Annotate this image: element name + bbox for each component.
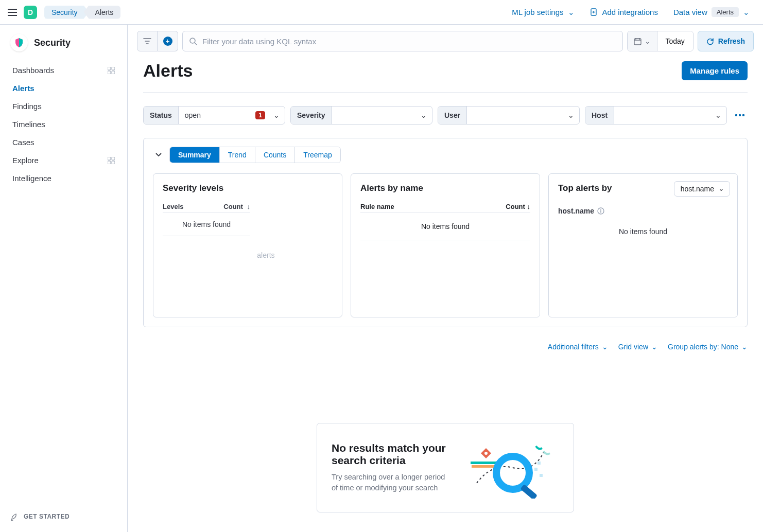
collapse-overview-button[interactable]	[153, 149, 167, 161]
chevron-down-icon: ⌄	[645, 37, 651, 45]
sidebar-item-cases[interactable]: Cases	[7, 134, 120, 151]
svg-point-17	[484, 452, 488, 455]
svg-rect-15	[472, 465, 497, 468]
nav-toggle-button[interactable]	[6, 6, 19, 19]
hamburger-icon	[8, 9, 17, 16]
chevron-down-icon: ⌄	[651, 343, 657, 351]
global-header: D Security Alerts ML job settings ⌄ Add …	[0, 0, 763, 25]
sidebar-item-label: Cases	[12, 138, 34, 147]
additional-filters-button[interactable]: Additional filters ⌄	[548, 343, 608, 351]
status-filter-value: open	[179, 111, 256, 119]
sidebar-item-intelligence[interactable]: Intelligence	[7, 170, 120, 187]
svg-rect-21	[540, 474, 543, 477]
calendar-icon	[634, 38, 641, 45]
svg-rect-4	[112, 71, 115, 74]
svg-rect-10	[634, 39, 641, 45]
sidebar: Security Dashboards Alerts Findings Time…	[0, 25, 128, 532]
sidebar-item-label: Intelligence	[12, 174, 51, 183]
date-quick-button[interactable]: ⌄	[628, 31, 657, 51]
kql-search-input[interactable]	[202, 37, 616, 46]
col-count[interactable]: Count ↓	[223, 203, 250, 210]
more-filters-button[interactable]	[732, 111, 748, 120]
space-avatar[interactable]: D	[24, 6, 37, 19]
svg-rect-1	[108, 67, 111, 70]
shield-icon	[14, 38, 24, 48]
rocket-icon	[10, 512, 19, 521]
manage-rules-button[interactable]: Manage rules	[682, 61, 748, 80]
col-levels[interactable]: Levels	[163, 203, 183, 210]
tab-trend[interactable]: Trend	[220, 147, 255, 163]
group-alerts-button[interactable]: Group alerts by: None ⌄	[668, 343, 748, 351]
sidebar-item-timelines[interactable]: Timelines	[7, 116, 120, 133]
chevron-down-icon: ⌄	[268, 111, 285, 119]
main-content: + ⌄ Today Refresh Alerts M	[128, 25, 763, 532]
breadcrumb-security[interactable]: Security	[44, 6, 89, 19]
overview-tab-group: Summary Trend Counts Treemap	[169, 147, 341, 163]
svg-rect-6	[112, 157, 115, 160]
add-integrations-button[interactable]: Add integrations	[585, 5, 663, 20]
host-filter[interactable]: Host ⌄	[585, 106, 727, 125]
tab-counts[interactable]: Counts	[255, 147, 295, 163]
overview-card: Summary Trend Counts Treemap Severity le…	[143, 138, 748, 327]
svg-rect-2	[112, 67, 115, 70]
page-title: Alerts	[143, 61, 193, 81]
magnifier-illustration-icon	[461, 437, 559, 499]
empty-state-illustration	[461, 437, 559, 499]
status-filter-label: Status	[144, 107, 179, 124]
svg-rect-12	[739, 114, 741, 116]
chevron-down-icon: ⌄	[710, 111, 726, 119]
sidebar-nav: Dashboards Alerts Findings Timelines Cas…	[7, 62, 120, 187]
sidebar-item-findings[interactable]: Findings	[7, 98, 120, 115]
user-filter[interactable]: User ⌄	[438, 106, 580, 125]
empty-state-card: No results match your search criteria Tr…	[317, 423, 574, 512]
tab-treemap[interactable]: Treemap	[295, 147, 340, 163]
svg-rect-5	[108, 157, 111, 160]
sidebar-item-dashboards[interactable]: Dashboards	[7, 62, 120, 79]
severity-filter[interactable]: Severity ⌄	[290, 106, 432, 125]
ml-job-settings-label: ML job settings	[512, 8, 563, 16]
sidebar-item-explore[interactable]: Explore	[7, 152, 120, 169]
query-bar: + ⌄ Today Refresh	[128, 25, 763, 57]
add-integrations-label: Add integrations	[602, 8, 658, 16]
filter-options-button[interactable]	[137, 31, 158, 51]
data-view-label: Data view	[673, 8, 707, 16]
status-filter-badge: 1	[255, 111, 265, 119]
data-view-value-pill: Alerts	[712, 7, 739, 17]
plus-document-icon	[590, 8, 598, 16]
refresh-label: Refresh	[718, 37, 745, 45]
col-count[interactable]: Count ↓	[506, 203, 530, 210]
svg-rect-20	[534, 468, 537, 471]
overview-tabs: Summary Trend Counts Treemap	[153, 147, 738, 163]
page-header: Alerts Manage rules	[143, 61, 748, 93]
chevron-down-icon: ⌄	[563, 111, 579, 119]
empty-state-desc: Try searching over a longer period of ti…	[332, 472, 451, 493]
tab-summary[interactable]: Summary	[170, 147, 220, 163]
sort-desc-icon: ↓	[525, 203, 530, 210]
chevron-down-icon: ⌄	[568, 8, 575, 17]
chevron-down-icon: ⌄	[415, 111, 432, 119]
refresh-button[interactable]: Refresh	[698, 31, 754, 51]
ml-job-settings-button[interactable]: ML job settings ⌄	[507, 5, 579, 20]
sidebar-item-alerts[interactable]: Alerts	[7, 80, 120, 97]
col-rule-name[interactable]: Rule name	[360, 203, 394, 210]
svg-rect-3	[108, 71, 111, 74]
status-filter[interactable]: Status open 1 ⌄	[143, 106, 285, 125]
data-view-selector[interactable]: Data view Alerts ⌄	[668, 4, 755, 20]
add-filter-button[interactable]: +	[158, 31, 178, 51]
severity-filter-label: Severity	[291, 107, 332, 124]
plus-icon: +	[163, 37, 172, 46]
get-started-button[interactable]: GET STARTED	[7, 507, 120, 526]
chevron-down-icon: ⌄	[602, 343, 608, 351]
top-alerts-empty: No items found	[558, 215, 728, 248]
byname-panel-title: Alerts by name	[360, 183, 530, 193]
info-icon[interactable]	[597, 207, 604, 215]
severity-empty: No items found	[163, 212, 250, 236]
svg-point-18	[496, 456, 529, 489]
grid-view-button[interactable]: Grid view ⌄	[618, 343, 657, 351]
top-alerts-field-select[interactable]: host.name	[674, 181, 730, 197]
svg-rect-22	[537, 462, 541, 465]
sidebar-title: Security	[34, 38, 71, 48]
date-range-label[interactable]: Today	[657, 31, 693, 51]
get-started-label: GET STARTED	[24, 513, 70, 520]
kql-search-box[interactable]	[182, 31, 623, 51]
